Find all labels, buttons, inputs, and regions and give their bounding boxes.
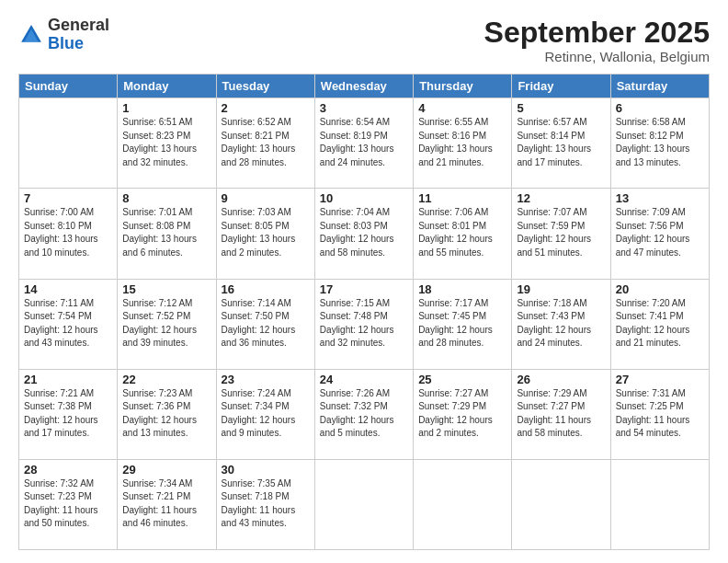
- day-info: Sunrise: 7:01 AMSunset: 8:08 PMDaylight:…: [122, 206, 210, 259]
- sunrise-label: Sunrise: 6:52 AM: [222, 117, 291, 127]
- sunrise-label: Sunrise: 7:26 AM: [320, 388, 390, 398]
- calendar-week-5: 28Sunrise: 7:32 AMSunset: 7:23 PMDayligh…: [19, 459, 710, 549]
- calendar-week-2: 7Sunrise: 7:00 AMSunset: 8:10 PMDaylight…: [19, 189, 710, 279]
- sunset-label: Sunset: 8:16 PM: [418, 131, 486, 141]
- calendar-cell: 6Sunrise: 6:58 AMSunset: 8:12 PMDaylight…: [610, 98, 709, 189]
- calendar-cell: 17Sunrise: 7:15 AMSunset: 7:48 PMDayligh…: [314, 279, 413, 369]
- calendar-cell: [610, 459, 709, 549]
- day-info: Sunrise: 6:52 AMSunset: 8:21 PMDaylight:…: [222, 116, 310, 169]
- logo-icon: [18, 22, 44, 48]
- sunrise-label: Sunrise: 7:32 AM: [24, 478, 94, 488]
- logo: General Blue: [18, 17, 109, 53]
- day-number: 18: [418, 282, 506, 296]
- day-number: 9: [222, 191, 310, 205]
- daylight-label: Daylight: 12 hours and 58 minutes.: [320, 234, 394, 258]
- sunset-label: Sunset: 7:43 PM: [517, 311, 585, 321]
- day-info: Sunrise: 7:26 AMSunset: 7:32 PMDaylight:…: [320, 387, 408, 441]
- daylight-label: Daylight: 13 hours and 2 minutes.: [222, 234, 296, 258]
- day-info: Sunrise: 7:21 AMSunset: 7:38 PMDaylight:…: [24, 387, 112, 441]
- day-number: 6: [616, 101, 704, 115]
- sunset-label: Sunset: 8:10 PM: [24, 221, 92, 231]
- sunset-label: Sunset: 7:45 PM: [418, 311, 486, 321]
- sunrise-label: Sunrise: 6:55 AM: [418, 117, 488, 127]
- sunset-label: Sunset: 7:48 PM: [320, 311, 388, 321]
- calendar-cell: 5Sunrise: 6:57 AMSunset: 8:14 PMDaylight…: [512, 98, 610, 189]
- logo-general-text: General: [48, 16, 109, 34]
- weekday-header-monday: Monday: [118, 75, 216, 98]
- day-info: Sunrise: 6:54 AMSunset: 8:19 PMDaylight:…: [320, 116, 408, 169]
- day-number: 19: [517, 282, 605, 296]
- calendar: SundayMondayTuesdayWednesdayThursdayFrid…: [18, 74, 710, 550]
- day-number: 11: [418, 191, 506, 205]
- day-number: 14: [24, 282, 112, 296]
- calendar-cell: 24Sunrise: 7:26 AMSunset: 7:32 PMDayligh…: [314, 369, 413, 459]
- daylight-label: Daylight: 12 hours and 5 minutes.: [320, 415, 394, 439]
- sunrise-label: Sunrise: 7:06 AM: [418, 207, 488, 217]
- daylight-label: Daylight: 13 hours and 6 minutes.: [122, 234, 197, 258]
- day-info: Sunrise: 6:57 AMSunset: 8:14 PMDaylight:…: [517, 116, 605, 169]
- sunset-label: Sunset: 8:23 PM: [122, 131, 190, 141]
- sunrise-label: Sunrise: 6:57 AM: [517, 117, 586, 127]
- sunset-label: Sunset: 8:08 PM: [122, 221, 190, 231]
- day-number: 7: [24, 191, 112, 205]
- day-number: 28: [24, 463, 112, 477]
- daylight-label: Daylight: 11 hours and 54 minutes.: [616, 415, 690, 439]
- location: Retinne, Wallonia, Belgium: [484, 49, 710, 64]
- daylight-label: Daylight: 11 hours and 43 minutes.: [222, 505, 296, 529]
- calendar-cell: 26Sunrise: 7:29 AMSunset: 7:27 PMDayligh…: [512, 369, 610, 459]
- day-number: 17: [320, 282, 408, 296]
- sunset-label: Sunset: 8:03 PM: [320, 221, 388, 231]
- daylight-label: Daylight: 13 hours and 17 minutes.: [517, 144, 591, 167]
- day-info: Sunrise: 7:27 AMSunset: 7:29 PMDaylight:…: [418, 387, 506, 441]
- day-number: 24: [320, 373, 408, 386]
- day-info: Sunrise: 7:32 AMSunset: 7:23 PMDaylight:…: [24, 477, 112, 531]
- daylight-label: Daylight: 12 hours and 28 minutes.: [418, 325, 493, 349]
- day-number: 2: [222, 101, 310, 115]
- daylight-label: Daylight: 12 hours and 24 minutes.: [517, 325, 591, 349]
- sunrise-label: Sunrise: 7:14 AM: [222, 298, 291, 308]
- calendar-cell: 25Sunrise: 7:27 AMSunset: 7:29 PMDayligh…: [414, 369, 512, 459]
- sunrise-label: Sunrise: 7:04 AM: [320, 207, 390, 217]
- calendar-cell: 30Sunrise: 7:35 AMSunset: 7:18 PMDayligh…: [216, 459, 314, 549]
- daylight-label: Daylight: 11 hours and 58 minutes.: [517, 415, 591, 439]
- daylight-label: Daylight: 12 hours and 17 minutes.: [24, 415, 98, 439]
- day-info: Sunrise: 7:35 AMSunset: 7:18 PMDaylight:…: [222, 477, 310, 531]
- sunset-label: Sunset: 7:36 PM: [122, 401, 190, 411]
- sunrise-label: Sunrise: 7:31 AM: [616, 388, 686, 398]
- calendar-week-3: 14Sunrise: 7:11 AMSunset: 7:54 PMDayligh…: [19, 279, 710, 369]
- daylight-label: Daylight: 12 hours and 51 minutes.: [517, 234, 591, 258]
- sunrise-label: Sunrise: 7:03 AM: [222, 207, 291, 217]
- day-number: 1: [122, 101, 210, 115]
- sunrise-label: Sunrise: 7:12 AM: [122, 298, 192, 308]
- day-number: 15: [122, 282, 210, 296]
- daylight-label: Daylight: 13 hours and 10 minutes.: [24, 234, 98, 258]
- sunrise-label: Sunrise: 7:20 AM: [616, 298, 686, 308]
- daylight-label: Daylight: 11 hours and 46 minutes.: [122, 505, 197, 529]
- header: General Blue September 2025 Retinne, Wal…: [18, 17, 710, 64]
- calendar-week-4: 21Sunrise: 7:21 AMSunset: 7:38 PMDayligh…: [19, 369, 710, 459]
- sunset-label: Sunset: 8:19 PM: [320, 131, 388, 141]
- calendar-cell: 14Sunrise: 7:11 AMSunset: 7:54 PMDayligh…: [19, 279, 118, 369]
- sunset-label: Sunset: 7:27 PM: [517, 401, 585, 411]
- sunset-label: Sunset: 7:59 PM: [517, 221, 585, 231]
- day-info: Sunrise: 7:06 AMSunset: 8:01 PMDaylight:…: [418, 206, 506, 259]
- daylight-label: Daylight: 12 hours and 9 minutes.: [222, 415, 296, 439]
- daylight-label: Daylight: 12 hours and 43 minutes.: [24, 325, 98, 349]
- day-number: 21: [24, 373, 112, 386]
- sunrise-label: Sunrise: 7:15 AM: [320, 298, 390, 308]
- calendar-cell: [512, 459, 610, 549]
- calendar-cell: 11Sunrise: 7:06 AMSunset: 8:01 PMDayligh…: [414, 189, 512, 279]
- sunrise-label: Sunrise: 7:27 AM: [418, 388, 488, 398]
- day-info: Sunrise: 7:31 AMSunset: 7:25 PMDaylight:…: [616, 387, 704, 441]
- daylight-label: Daylight: 13 hours and 24 minutes.: [320, 144, 394, 167]
- sunrise-label: Sunrise: 7:35 AM: [222, 478, 291, 488]
- daylight-label: Daylight: 12 hours and 32 minutes.: [320, 325, 394, 349]
- daylight-label: Daylight: 12 hours and 21 minutes.: [616, 325, 690, 349]
- calendar-cell: 4Sunrise: 6:55 AMSunset: 8:16 PMDaylight…: [414, 98, 512, 189]
- day-info: Sunrise: 7:18 AMSunset: 7:43 PMDaylight:…: [517, 297, 605, 350]
- weekday-header-thursday: Thursday: [414, 75, 512, 98]
- calendar-cell: 21Sunrise: 7:21 AMSunset: 7:38 PMDayligh…: [19, 369, 118, 459]
- daylight-label: Daylight: 12 hours and 13 minutes.: [122, 415, 197, 439]
- day-info: Sunrise: 7:07 AMSunset: 7:59 PMDaylight:…: [517, 206, 605, 259]
- daylight-label: Daylight: 13 hours and 13 minutes.: [616, 144, 690, 167]
